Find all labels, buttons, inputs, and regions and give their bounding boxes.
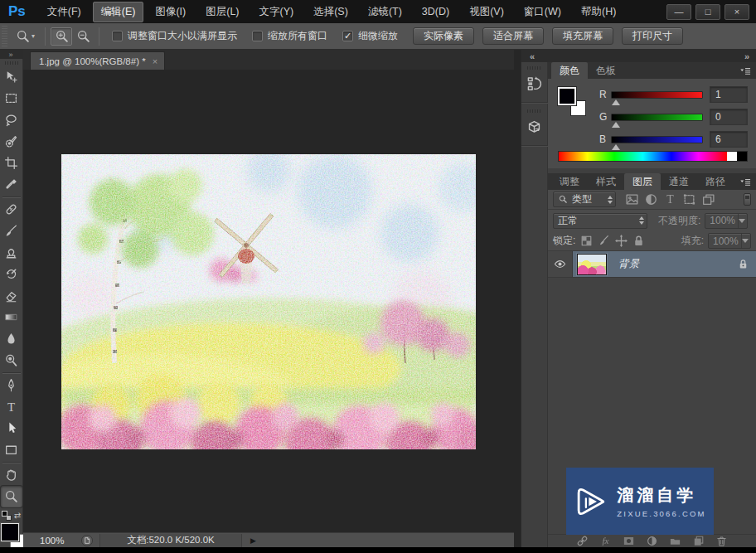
checkbox-调整窗口大小以满屏显示[interactable]: 调整窗口大小以满屏显示 [112,29,237,43]
current-tool-button[interactable]: ▾ [11,29,40,43]
eraser-tool[interactable] [1,285,22,307]
lasso-tool[interactable] [1,109,22,131]
dodge-tool[interactable] [1,350,22,371]
lock-transparency-button[interactable] [579,234,594,248]
hand-tool[interactable] [1,464,22,486]
menu-视图[interactable]: 视图(V) [461,2,512,22]
缩放所有窗口-checkbox[interactable] [252,31,263,41]
zoom-tool[interactable] [1,486,22,507]
pixel-layer-filter-button[interactable] [624,192,640,207]
slider-track-R[interactable] [611,91,703,99]
black-swatch[interactable] [737,152,747,161]
close-button[interactable]: × [724,4,749,20]
blend-mode-select[interactable]: 正常 [553,213,647,229]
zoom-out-button[interactable] [72,27,94,46]
tab-样式[interactable]: 样式 [588,173,624,190]
layer-style-button[interactable]: fx [599,535,612,547]
shape-layer-filter-button[interactable] [681,192,697,207]
menu-文字[interactable]: 文字(Y) [251,2,303,22]
option-button-打印尺寸[interactable]: 打印尺寸 [622,27,683,45]
细微缩放-checkbox[interactable]: ✓ [342,31,353,41]
lock-position-button[interactable] [614,234,628,248]
blur-tool[interactable] [1,328,22,350]
type-layer-filter-button[interactable]: T [662,192,678,207]
zoom-in-button[interactable] [51,27,72,46]
rectangular-marquee-tool[interactable] [1,88,22,109]
fill-select[interactable]: 100% [708,233,751,249]
layer-mask-button[interactable] [623,535,635,547]
menu-帮助[interactable]: 帮助(H) [573,2,624,22]
layer-thumbnail[interactable] [577,254,607,275]
default-colors-icon[interactable] [2,511,12,521]
status-options-arrow-icon[interactable]: ▶ [250,536,256,545]
toolbox-grip[interactable] [5,61,18,65]
menu-文件[interactable]: 文件(F) [39,2,90,22]
white-swatch[interactable] [727,152,737,161]
brush-tool[interactable] [1,221,22,242]
panel-grip[interactable] [527,66,542,70]
foreground-color-swatch[interactable] [1,523,19,541]
document-tab[interactable]: 1.jpg @ 100%(RGB/8#) * × [30,51,165,70]
layer-row-background[interactable]: 背景 [548,251,756,278]
value-field-G[interactable]: 0 [710,109,748,125]
slider-R[interactable] [611,91,703,99]
tab-色板[interactable]: 色板 [588,62,624,79]
expand-panels-icon[interactable]: « [530,51,535,61]
smart-object-filter-button[interactable] [700,192,716,207]
canvas-area[interactable] [23,70,514,532]
option-button-适合屏幕[interactable]: 适合屏幕 [482,27,544,45]
foreground-color-swatch[interactable] [558,87,576,105]
link-layers-button[interactable] [576,535,589,547]
tab-颜色[interactable]: 颜色 [551,62,588,79]
type-tool[interactable]: T [1,396,22,418]
slider-thumb-R[interactable] [612,99,620,105]
slider-thumb-G[interactable] [612,122,620,128]
panel-menu-icon[interactable] [739,65,751,77]
tab-通道[interactable]: 通道 [661,173,697,190]
minimize-button[interactable]: — [666,4,691,20]
clone-stamp-tool[interactable] [1,242,22,264]
quick-selection-tool[interactable] [1,131,22,153]
slider-B[interactable] [611,136,703,143]
new-layer-button[interactable] [692,535,705,547]
eyedropper-tool[interactable] [1,174,22,196]
new-group-button[interactable] [669,535,681,547]
toolbox-collapse-button[interactable]: » [0,50,23,59]
spectrum-gradient[interactable] [559,152,727,161]
checkbox-细微缩放[interactable]: ✓细微缩放 [342,29,398,43]
layer-filter-type-select[interactable]: 类型 [553,192,616,207]
new-adjustment-layer-button[interactable] [646,535,658,547]
spot-healing-brush-tool[interactable] [1,199,22,221]
zoom-level-field[interactable]: 100% [40,536,73,546]
gradient-tool[interactable] [1,307,22,328]
swap-colors-icon[interactable]: ⇄ [14,511,21,520]
collapse-dock-icon[interactable]: » [744,51,749,61]
menu-窗口[interactable]: 窗口(W) [516,2,569,22]
slider-track-G[interactable] [611,114,703,121]
menu-选择[interactable]: 选择(S) [305,2,356,22]
adjustment-layer-filter-button[interactable] [643,192,659,207]
slider-G[interactable] [611,114,703,121]
history-brush-tool[interactable] [1,264,22,285]
delete-layer-button[interactable] [715,535,728,547]
layer-visibility-toggle[interactable] [548,251,573,277]
document-size-info[interactable]: 文档:520.0 K/520.0K [99,534,242,547]
menu-3D[interactable]: 3D(D) [414,2,458,21]
color-spectrum-ramp[interactable] [558,151,748,162]
slider-thumb-B[interactable] [612,144,620,150]
close-icon[interactable]: × [153,56,158,66]
rectangle-shape-tool[interactable] [1,439,22,461]
path-selection-tool[interactable] [1,418,22,439]
crop-tool[interactable] [1,153,22,174]
pen-tool[interactable] [1,375,22,396]
menu-滤镜[interactable]: 滤镜(T) [360,2,410,22]
menu-图层[interactable]: 图层(L) [197,2,247,22]
canvas-image[interactable] [61,154,476,449]
3d-panel-button[interactable] [524,115,545,137]
调整窗口大小以满屏显示-checkbox[interactable] [112,31,123,41]
panel-grip[interactable] [527,109,542,113]
tab-调整[interactable]: 调整 [551,173,588,190]
move-tool[interactable] [1,66,22,88]
options-grip[interactable] [2,26,7,47]
value-field-B[interactable]: 6 [710,131,748,148]
